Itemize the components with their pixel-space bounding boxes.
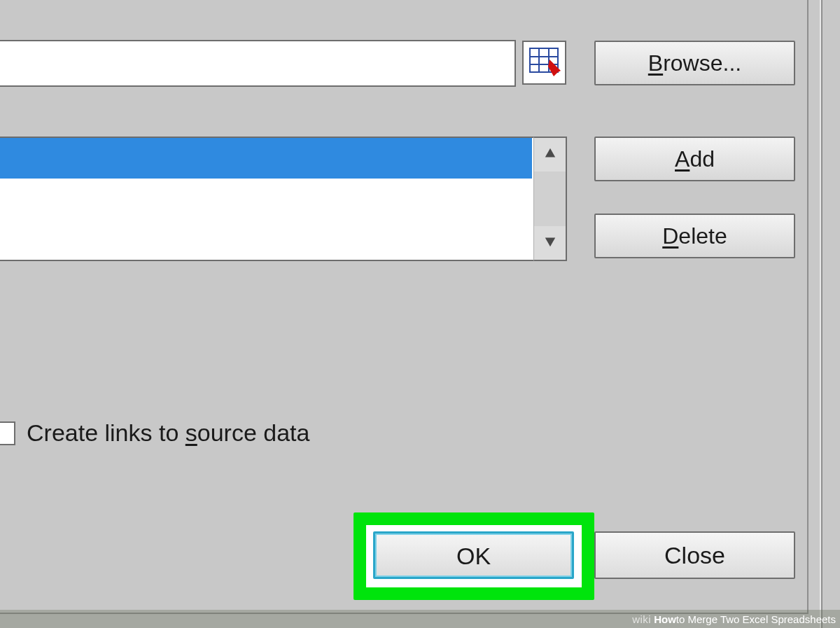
scroll-track[interactable] <box>534 172 566 226</box>
reference-input[interactable] <box>0 40 516 87</box>
create-links-label: Create links to source data <box>27 419 309 447</box>
close-button-label: Close <box>664 542 725 568</box>
add-button-label: Add <box>675 146 715 172</box>
scroll-up-icon <box>544 147 556 162</box>
svg-marker-7 <box>545 148 554 158</box>
watermark-bar: wiki How to Merge Two Excel Spreadsheets <box>0 610 840 628</box>
watermark-rest: to Merge Two Excel Spreadsheets <box>676 613 836 625</box>
consolidate-dialog: Browse... Add Delete Create links to sou… <box>0 0 808 614</box>
close-button[interactable]: Close <box>594 531 795 579</box>
right-panel-edge <box>821 0 840 628</box>
add-button[interactable]: Add <box>594 137 795 181</box>
ok-button-label: OK <box>456 543 491 569</box>
scroll-down-button[interactable] <box>534 226 566 260</box>
delete-button[interactable]: Delete <box>594 214 795 258</box>
references-list-wrap <box>0 137 567 261</box>
watermark-bold: How <box>654 613 676 625</box>
browse-button[interactable]: Browse... <box>594 41 795 85</box>
scroll-down-icon <box>544 235 556 251</box>
references-list-selected-row[interactable] <box>0 138 532 179</box>
ok-button[interactable]: OK <box>373 531 574 579</box>
scroll-up-button[interactable] <box>534 138 566 172</box>
references-list[interactable] <box>0 137 533 261</box>
range-selector-icon <box>528 46 561 81</box>
create-links-checkbox[interactable] <box>0 421 15 445</box>
list-scrollbar[interactable] <box>533 137 567 261</box>
range-selector-button[interactable] <box>522 41 566 85</box>
watermark-prefix: wiki <box>632 613 651 625</box>
create-links-row: Create links to source data <box>0 419 309 447</box>
delete-button-label: Delete <box>662 223 727 249</box>
svg-marker-8 <box>545 238 554 247</box>
screenshot-stage: Browse... Add Delete Create links to sou… <box>0 0 840 628</box>
browse-button-label: Browse... <box>648 50 741 76</box>
